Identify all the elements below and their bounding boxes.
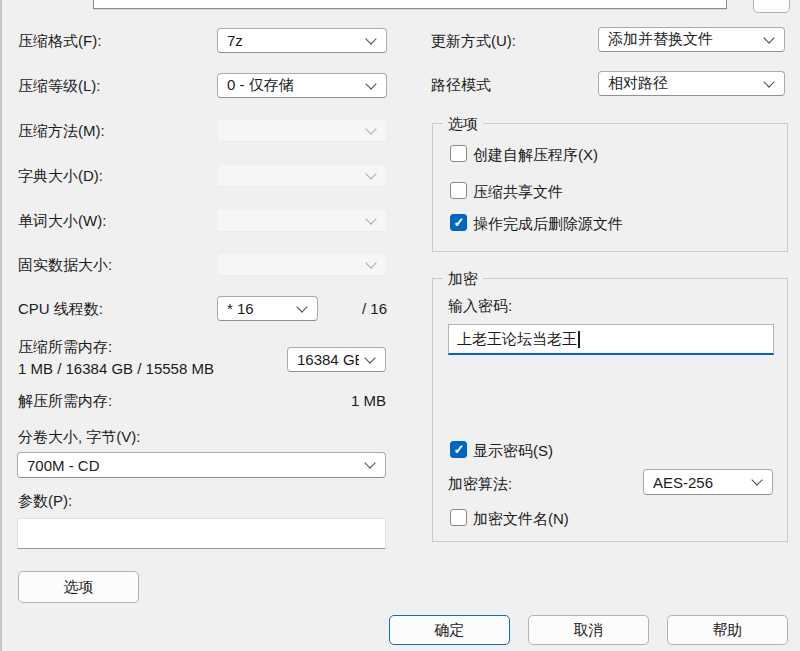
label-parameters: 参数(P):	[18, 492, 72, 509]
encryption-groupbox	[432, 278, 788, 542]
compression-level-value: 0 - 仅存储	[227, 76, 294, 95]
label-compression-method: 压缩方法(M):	[18, 122, 105, 139]
word-size-combo	[217, 209, 387, 232]
archive-name-input-partial[interactable]	[93, 0, 727, 9]
label-word-size: 单词大小(W):	[18, 212, 106, 229]
label-enter-password: 输入密码:	[448, 297, 512, 314]
chevron-down-icon	[751, 474, 762, 485]
password-input[interactable]: 上老王论坛当老王	[448, 324, 774, 355]
memory-usage-value: 16384 GB	[297, 351, 359, 368]
chevron-down-icon	[365, 257, 376, 268]
options-group-title: 选项	[443, 115, 483, 132]
cpu-threads-total: / 16	[340, 300, 387, 317]
cancel-button-label: 取消	[574, 621, 604, 640]
memory-usage-combo[interactable]: 16384 GB	[287, 347, 386, 372]
add-to-archive-dialog: 压缩格式(F): 7z 压缩等级(L): 0 - 仅存储 压缩方法(M): 字典…	[0, 0, 800, 651]
volume-size-combo[interactable]: 700M - CD	[17, 452, 386, 478]
cancel-button[interactable]: 取消	[528, 615, 649, 645]
ok-button[interactable]: 确定	[389, 615, 510, 645]
chevron-down-icon	[365, 123, 376, 134]
checkbox-show-password[interactable]	[450, 441, 467, 458]
password-value: 上老王论坛当老王	[457, 330, 577, 349]
checkbox-create-sfx[interactable]	[450, 145, 467, 162]
solid-block-size-combo	[217, 253, 387, 276]
label-compression-format: 压缩格式(F):	[18, 32, 101, 49]
chevron-down-icon	[364, 457, 375, 468]
compression-method-combo	[217, 119, 387, 142]
checkbox-delete-after[interactable]	[450, 214, 467, 231]
browse-button-partial[interactable]	[753, 0, 790, 13]
chevron-down-icon	[364, 352, 375, 363]
chevron-down-icon	[365, 33, 376, 44]
help-button-label: 帮助	[713, 621, 743, 640]
checkbox-show-password-label[interactable]: 显示密码(S)	[473, 442, 553, 459]
memory-decompress-value: 1 MB	[330, 392, 386, 409]
label-update-mode: 更新方式(U):	[431, 32, 516, 49]
options-button-label: 选项	[64, 578, 94, 597]
chevron-down-icon	[365, 213, 376, 224]
volume-size-value: 700M - CD	[27, 457, 100, 474]
options-button[interactable]: 选项	[18, 571, 139, 603]
compression-level-combo[interactable]: 0 - 仅存储	[217, 73, 387, 98]
help-button[interactable]: 帮助	[667, 615, 788, 645]
parameters-input[interactable]	[17, 518, 386, 549]
checkbox-delete-after-label[interactable]: 操作完成后删除源文件	[473, 215, 623, 232]
checkbox-compress-shared-label[interactable]: 压缩共享文件	[473, 183, 563, 200]
checkbox-compress-shared[interactable]	[450, 182, 467, 199]
label-volume-size: 分卷大小, 字节(V):	[18, 428, 141, 445]
label-encryption-method: 加密算法:	[448, 475, 512, 492]
compression-format-value: 7z	[227, 32, 243, 49]
encryption-method-value: AES-256	[653, 474, 713, 491]
label-solid-block-size: 固实数据大小:	[18, 256, 112, 273]
label-path-mode: 路径模式	[431, 76, 491, 93]
chevron-down-icon	[365, 78, 376, 89]
cpu-threads-combo[interactable]: * 16	[217, 296, 318, 321]
memory-compress-detail: 1 MB / 16384 GB / 15558 MB	[18, 360, 214, 377]
chevron-down-icon	[365, 168, 376, 179]
label-compression-level: 压缩等级(L):	[18, 77, 101, 94]
encryption-method-combo[interactable]: AES-256	[643, 469, 773, 495]
checkbox-encrypt-filenames-label[interactable]: 加密文件名(N)	[473, 510, 569, 527]
update-mode-combo[interactable]: 添加并替换文件	[598, 27, 785, 52]
dictionary-size-combo	[217, 164, 387, 187]
checkbox-encrypt-filenames[interactable]	[450, 509, 467, 526]
label-cpu-threads: CPU 线程数:	[18, 300, 103, 317]
label-memory-compress: 压缩所需内存:	[18, 338, 112, 355]
cpu-threads-value: * 16	[227, 300, 254, 317]
ok-button-label: 确定	[435, 621, 465, 640]
label-dictionary-size: 字典大小(D):	[18, 167, 103, 184]
checkbox-create-sfx-label[interactable]: 创建自解压程序(X)	[473, 146, 598, 163]
window-left-edge	[0, 0, 2, 651]
chevron-down-icon	[763, 32, 774, 43]
chevron-down-icon	[763, 76, 774, 87]
update-mode-value: 添加并替换文件	[608, 30, 713, 49]
path-mode-value: 相对路径	[608, 74, 668, 93]
compression-format-combo[interactable]: 7z	[217, 28, 387, 53]
encryption-group-title: 加密	[443, 270, 483, 287]
text-cursor	[578, 331, 580, 348]
chevron-down-icon	[296, 301, 307, 312]
label-memory-decompress: 解压所需内存:	[18, 392, 112, 409]
path-mode-combo[interactable]: 相对路径	[598, 71, 785, 96]
